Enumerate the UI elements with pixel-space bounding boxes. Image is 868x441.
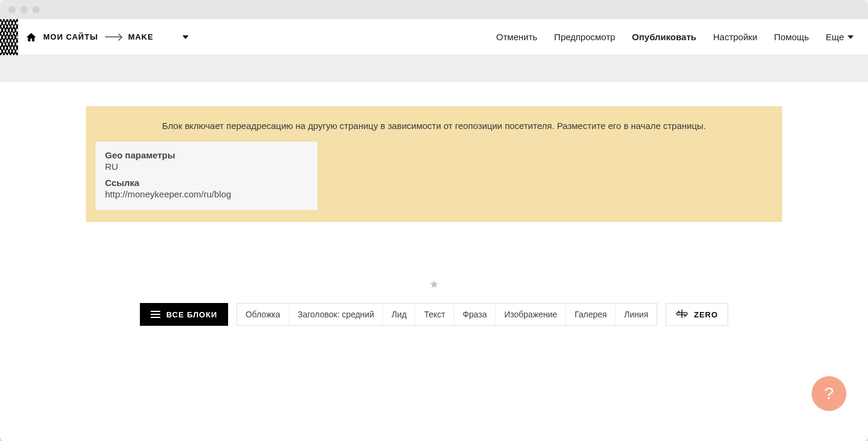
nav-help[interactable]: Помощь [774, 32, 809, 42]
minimize-window-icon[interactable] [20, 6, 28, 13]
block-category-item[interactable]: Линия [616, 304, 657, 325]
brand-pattern-icon [0, 19, 18, 55]
block-category-item[interactable]: Заголовок: средний [289, 304, 383, 325]
geo-params-value: RU [105, 161, 308, 172]
geo-params-title: Geo параметры [105, 150, 308, 160]
question-mark-icon: ? [824, 384, 834, 403]
sub-header-strip [0, 55, 868, 82]
nav-cancel[interactable]: Отменить [496, 32, 538, 42]
nav-publish[interactable]: Опубликовать [632, 32, 696, 42]
block-category-item[interactable]: Фраза [454, 304, 496, 325]
breadcrumb-current-dropdown[interactable]: MAKE [128, 32, 188, 41]
home-icon[interactable] [26, 33, 36, 41]
nav-preview[interactable]: Предпросмотр [554, 32, 615, 42]
all-blocks-button[interactable]: ВСЕ БЛОКИ [140, 303, 228, 326]
header: МОИ САЙТЫ MAKE Отменить Предпросмотр Опу… [0, 19, 868, 55]
zero-icon [676, 310, 688, 320]
nav: Отменить Предпросмотр Опубликовать Настр… [496, 32, 854, 42]
breadcrumb: МОИ САЙТЫ MAKE [26, 32, 188, 41]
page-canvas: Блок включает переадресацию на другую ст… [0, 82, 868, 374]
block-categories-group: ОбложкаЗаголовок: среднийЛидТекстФразаИз… [237, 303, 657, 326]
nav-more-label: Еще [825, 32, 844, 42]
nav-settings[interactable]: Настройки [713, 32, 758, 42]
breadcrumb-home-label[interactable]: МОИ САЙТЫ [43, 32, 98, 41]
block-category-item[interactable]: Лид [383, 304, 415, 325]
help-fab[interactable]: ? [812, 376, 846, 411]
geo-block-params-panel: Geo параметры RU Ссылка http://moneykeep… [95, 142, 318, 210]
nav-more-dropdown[interactable]: Еще [825, 32, 854, 42]
block-category-item[interactable]: Обложка [237, 304, 289, 325]
app-window: МОИ САЙТЫ MAKE Отменить Предпросмотр Опу… [0, 0, 868, 441]
geo-redirect-block[interactable]: Блок включает переадресацию на другую ст… [86, 106, 782, 222]
app-body: МОИ САЙТЫ MAKE Отменить Предпросмотр Опу… [0, 19, 868, 441]
zero-label: ZERO [694, 310, 718, 319]
block-category-item[interactable]: Галерея [566, 304, 616, 325]
maximize-window-icon[interactable] [32, 6, 40, 13]
close-window-icon[interactable] [8, 6, 16, 13]
chevron-down-icon [182, 35, 188, 39]
all-blocks-label: ВСЕ БЛОКИ [166, 310, 217, 319]
chevron-down-icon [848, 35, 854, 39]
breadcrumb-current-label: MAKE [128, 32, 153, 41]
geo-block-notice: Блок включает переадресацию на другую ст… [95, 121, 773, 131]
geo-link-value: http://moneykeeper.com/ru/blog [105, 189, 308, 199]
block-category-item[interactable]: Текст [415, 304, 454, 325]
star-separator-icon: ★ [429, 279, 439, 290]
hamburger-icon [151, 311, 160, 318]
block-category-item[interactable]: Изображение [496, 304, 566, 325]
block-picker: ВСЕ БЛОКИ ОбложкаЗаголовок: среднийЛидТе… [140, 303, 728, 326]
geo-link-title: Ссылка [105, 178, 308, 188]
zero-button[interactable]: ZERO [666, 303, 728, 326]
window-titlebar [0, 0, 868, 19]
arrow-right-icon [105, 37, 121, 37]
